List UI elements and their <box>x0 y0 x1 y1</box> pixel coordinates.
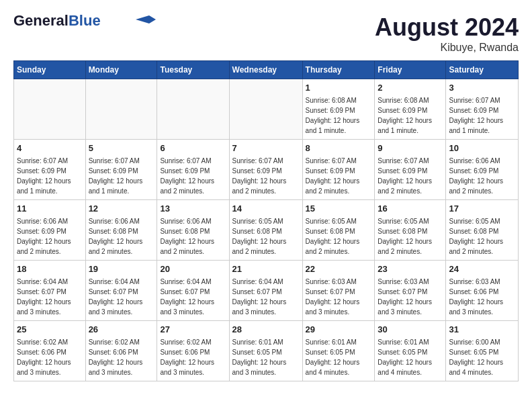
day-number: 15 <box>306 203 372 215</box>
day-info: Sunrise: 6:06 AM Sunset: 6:08 PM Dayligh… <box>89 216 154 257</box>
day-number: 1 <box>306 82 372 94</box>
day-number: 23 <box>378 263 443 275</box>
day-info: Sunrise: 6:02 AM Sunset: 6:06 PM Dayligh… <box>89 337 154 377</box>
day-cell: 9Sunrise: 6:07 AM Sunset: 6:09 PM Daylig… <box>375 140 446 200</box>
day-info: Sunrise: 6:05 AM Sunset: 6:08 PM Dayligh… <box>449 216 515 257</box>
weekday-row: SundayMondayTuesdayWednesdayThursdayFrid… <box>14 61 519 79</box>
weekday-header-tuesday: Tuesday <box>157 61 229 79</box>
logo-text: GeneralBlue <box>13 13 101 28</box>
day-info: Sunrise: 6:07 AM Sunset: 6:09 PM Dayligh… <box>378 156 443 196</box>
day-info: Sunrise: 6:08 AM Sunset: 6:09 PM Dayligh… <box>378 95 443 136</box>
day-info: Sunrise: 6:04 AM Sunset: 6:07 PM Dayligh… <box>160 277 226 317</box>
day-cell: 14Sunrise: 6:05 AM Sunset: 6:08 PM Dayli… <box>229 200 302 261</box>
day-info: Sunrise: 6:06 AM Sunset: 6:09 PM Dayligh… <box>449 156 515 196</box>
day-cell: 18Sunrise: 6:04 AM Sunset: 6:07 PM Dayli… <box>14 261 86 321</box>
day-number: 22 <box>306 263 372 275</box>
day-cell: 23Sunrise: 6:03 AM Sunset: 6:07 PM Dayli… <box>375 261 446 321</box>
day-number: 30 <box>378 324 443 336</box>
day-cell: 30Sunrise: 6:01 AM Sunset: 6:05 PM Dayli… <box>375 321 446 381</box>
day-number: 24 <box>449 263 515 275</box>
day-number: 20 <box>160 263 226 275</box>
month-year: August 2024 <box>375 13 519 42</box>
calendar-table: SundayMondayTuesdayWednesdayThursdayFrid… <box>13 60 519 381</box>
day-number: 31 <box>449 324 515 336</box>
day-number: 25 <box>17 324 83 336</box>
day-number: 28 <box>232 324 300 336</box>
day-info: Sunrise: 6:08 AM Sunset: 6:09 PM Dayligh… <box>306 95 372 136</box>
day-cell: 10Sunrise: 6:06 AM Sunset: 6:09 PM Dayli… <box>446 140 519 200</box>
day-number: 18 <box>17 263 83 275</box>
day-info: Sunrise: 6:05 AM Sunset: 6:08 PM Dayligh… <box>306 216 372 257</box>
day-cell: 31Sunrise: 6:00 AM Sunset: 6:05 PM Dayli… <box>446 321 519 381</box>
day-info: Sunrise: 6:07 AM Sunset: 6:09 PM Dayligh… <box>306 156 372 196</box>
day-info: Sunrise: 6:07 AM Sunset: 6:09 PM Dayligh… <box>160 156 226 196</box>
day-cell: 3Sunrise: 6:07 AM Sunset: 6:09 PM Daylig… <box>446 79 519 140</box>
day-number: 14 <box>232 203 300 215</box>
day-info: Sunrise: 6:05 AM Sunset: 6:08 PM Dayligh… <box>232 216 300 257</box>
svg-marker-0 <box>136 15 156 24</box>
weekday-header-sunday: Sunday <box>14 61 86 79</box>
day-number: 6 <box>160 142 226 154</box>
day-number: 12 <box>89 203 154 215</box>
day-cell: 27Sunrise: 6:02 AM Sunset: 6:06 PM Dayli… <box>157 321 229 381</box>
week-row-2: 4Sunrise: 6:07 AM Sunset: 6:09 PM Daylig… <box>14 140 519 200</box>
weekday-header-thursday: Thursday <box>302 61 375 79</box>
day-info: Sunrise: 6:07 AM Sunset: 6:09 PM Dayligh… <box>89 156 154 196</box>
day-number: 21 <box>232 263 300 275</box>
week-row-5: 25Sunrise: 6:02 AM Sunset: 6:06 PM Dayli… <box>14 321 519 381</box>
day-cell: 8Sunrise: 6:07 AM Sunset: 6:09 PM Daylig… <box>302 140 375 200</box>
day-cell: 25Sunrise: 6:02 AM Sunset: 6:06 PM Dayli… <box>14 321 86 381</box>
weekday-header-friday: Friday <box>375 61 446 79</box>
weekday-header-wednesday: Wednesday <box>229 61 302 79</box>
day-info: Sunrise: 6:05 AM Sunset: 6:08 PM Dayligh… <box>378 216 443 257</box>
day-cell: 24Sunrise: 6:03 AM Sunset: 6:06 PM Dayli… <box>446 261 519 321</box>
day-number: 19 <box>89 263 154 275</box>
day-cell: 17Sunrise: 6:05 AM Sunset: 6:08 PM Dayli… <box>446 200 519 261</box>
day-info: Sunrise: 6:01 AM Sunset: 6:05 PM Dayligh… <box>306 337 372 377</box>
day-number: 26 <box>89 324 154 336</box>
day-number: 29 <box>306 324 372 336</box>
day-cell: 1Sunrise: 6:08 AM Sunset: 6:09 PM Daylig… <box>302 79 375 140</box>
day-cell <box>229 79 302 140</box>
day-info: Sunrise: 6:07 AM Sunset: 6:09 PM Dayligh… <box>17 156 83 196</box>
day-info: Sunrise: 6:01 AM Sunset: 6:05 PM Dayligh… <box>378 337 443 377</box>
week-row-3: 11Sunrise: 6:06 AM Sunset: 6:09 PM Dayli… <box>14 200 519 261</box>
day-cell: 16Sunrise: 6:05 AM Sunset: 6:08 PM Dayli… <box>375 200 446 261</box>
day-info: Sunrise: 6:04 AM Sunset: 6:07 PM Dayligh… <box>232 277 300 317</box>
day-info: Sunrise: 6:02 AM Sunset: 6:06 PM Dayligh… <box>160 337 226 377</box>
day-number: 11 <box>17 203 83 215</box>
calendar-title: August 2024 Kibuye, Rwanda <box>375 13 519 54</box>
day-info: Sunrise: 6:07 AM Sunset: 6:09 PM Dayligh… <box>232 156 300 196</box>
day-cell: 19Sunrise: 6:04 AM Sunset: 6:07 PM Dayli… <box>85 261 157 321</box>
calendar-header: SundayMondayTuesdayWednesdayThursdayFrid… <box>14 61 519 79</box>
day-cell <box>85 79 157 140</box>
day-cell: 28Sunrise: 6:01 AM Sunset: 6:05 PM Dayli… <box>229 321 302 381</box>
day-number: 5 <box>89 142 154 154</box>
day-info: Sunrise: 6:06 AM Sunset: 6:08 PM Dayligh… <box>160 216 226 257</box>
day-number: 7 <box>232 142 300 154</box>
day-cell: 5Sunrise: 6:07 AM Sunset: 6:09 PM Daylig… <box>85 140 157 200</box>
day-number: 10 <box>449 142 515 154</box>
weekday-header-monday: Monday <box>85 61 157 79</box>
page-header: GeneralBlue August 2024 Kibuye, Rwanda <box>13 13 519 54</box>
day-cell: 20Sunrise: 6:04 AM Sunset: 6:07 PM Dayli… <box>157 261 229 321</box>
day-cell: 29Sunrise: 6:01 AM Sunset: 6:05 PM Dayli… <box>302 321 375 381</box>
location: Kibuye, Rwanda <box>375 42 519 54</box>
day-number: 3 <box>449 82 515 94</box>
day-number: 13 <box>160 203 226 215</box>
day-cell: 13Sunrise: 6:06 AM Sunset: 6:08 PM Dayli… <box>157 200 229 261</box>
day-info: Sunrise: 6:01 AM Sunset: 6:05 PM Dayligh… <box>232 337 300 377</box>
day-cell <box>157 79 229 140</box>
day-cell: 6Sunrise: 6:07 AM Sunset: 6:09 PM Daylig… <box>157 140 229 200</box>
day-number: 8 <box>306 142 372 154</box>
day-cell: 26Sunrise: 6:02 AM Sunset: 6:06 PM Dayli… <box>85 321 157 381</box>
day-cell: 4Sunrise: 6:07 AM Sunset: 6:09 PM Daylig… <box>14 140 86 200</box>
calendar-body: 1Sunrise: 6:08 AM Sunset: 6:09 PM Daylig… <box>14 79 519 381</box>
day-number: 2 <box>378 82 443 94</box>
day-cell: 15Sunrise: 6:05 AM Sunset: 6:08 PM Dayli… <box>302 200 375 261</box>
day-cell: 12Sunrise: 6:06 AM Sunset: 6:08 PM Dayli… <box>85 200 157 261</box>
day-cell <box>14 79 86 140</box>
day-info: Sunrise: 6:03 AM Sunset: 6:07 PM Dayligh… <box>378 277 443 317</box>
day-cell: 21Sunrise: 6:04 AM Sunset: 6:07 PM Dayli… <box>229 261 302 321</box>
day-info: Sunrise: 6:04 AM Sunset: 6:07 PM Dayligh… <box>89 277 154 317</box>
